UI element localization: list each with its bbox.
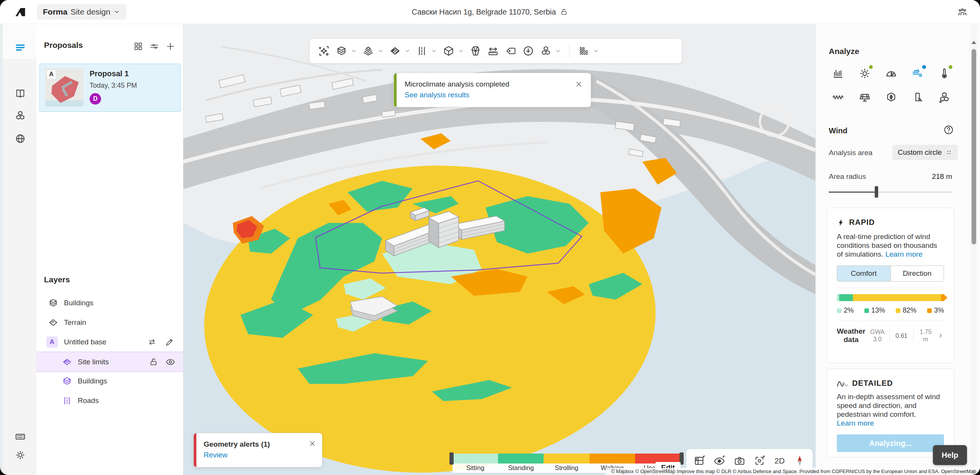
layer-row-untitled-base[interactable]: A Untitled base xyxy=(36,332,183,352)
analysis-sun-button[interactable] xyxy=(855,64,875,84)
panel-scrollbar[interactable] xyxy=(970,24,978,475)
draw-building-button[interactable] xyxy=(333,42,350,60)
visibility-eye-icon[interactable] xyxy=(165,357,175,367)
label-tool-button[interactable] xyxy=(502,42,519,60)
proposal-card[interactable]: A Proposal 1 Today, 3:45 PM D xyxy=(39,64,181,112)
swap-base-icon[interactable] xyxy=(147,337,157,347)
analyzing-button[interactable]: Analyzing... xyxy=(837,434,944,452)
compass-north-icon xyxy=(794,455,805,467)
map-attribution[interactable]: © Mapbox © OpenStreetMap Improve this ma… xyxy=(606,468,980,475)
people-icon xyxy=(957,7,968,18)
geo-location-button[interactable] xyxy=(12,130,29,147)
status-dot-blue xyxy=(921,64,927,70)
volume-menu-chevron[interactable] xyxy=(457,42,464,60)
buildings-icon xyxy=(48,298,59,308)
building-menu-chevron[interactable] xyxy=(350,42,357,60)
settings-button[interactable] xyxy=(12,447,29,464)
legend-left-cap[interactable] xyxy=(449,452,454,465)
analyze-panel: Analyze xyxy=(815,24,980,475)
analysis-wind-button[interactable] xyxy=(908,64,928,84)
layer-row-buildings-base[interactable]: Buildings xyxy=(36,371,183,391)
alert-close-button[interactable] xyxy=(306,437,319,450)
layer-row-roads[interactable]: Roads xyxy=(36,391,183,410)
analysis-more-button[interactable] xyxy=(934,87,954,107)
filter-button[interactable] xyxy=(147,39,162,54)
library-menu-chevron[interactable] xyxy=(555,42,562,60)
collaborators-button[interactable] xyxy=(955,5,970,20)
analysis-area-metrics-button[interactable] xyxy=(828,64,848,84)
rapid-learn-more-link[interactable]: Learn more xyxy=(885,250,923,258)
app-switcher-button[interactable]: Forma Site design xyxy=(37,4,126,20)
lightning-bolt-icon xyxy=(837,218,845,227)
weather-data-row[interactable]: Weather data GWA 3.0 0.61 1.75 m xyxy=(837,327,944,344)
library-elements-button[interactable] xyxy=(537,42,555,60)
library-button[interactable] xyxy=(12,85,29,102)
terrain-menu-chevron[interactable] xyxy=(377,42,384,60)
area-radius-slider[interactable] xyxy=(829,192,952,193)
analysis-solar-button[interactable] xyxy=(855,87,875,107)
layer-row-site-limits[interactable]: Site limits xyxy=(36,352,183,372)
road-menu-chevron[interactable] xyxy=(431,42,438,60)
scroll-up-arrow[interactable] xyxy=(972,41,976,44)
distribution-legend: 2% 13% 82% 3% xyxy=(837,306,944,314)
compass-button[interactable] xyxy=(791,452,808,469)
address-text: Савски Насип 1g, Belgrade 11070, Serbia xyxy=(412,8,556,16)
wind-help-button[interactable] xyxy=(942,123,955,136)
shortcuts-button[interactable] xyxy=(12,428,29,445)
zones-tool-button[interactable] xyxy=(575,42,593,60)
weather-value-coefficient: 0.61 xyxy=(893,332,910,339)
analysis-microclimate-button[interactable] xyxy=(908,87,928,107)
road-tool-button[interactable] xyxy=(413,42,431,60)
main-menu-button[interactable] xyxy=(12,39,29,56)
scrollbar-thumb[interactable] xyxy=(972,49,976,244)
analysis-daylight-button[interactable] xyxy=(881,64,901,84)
distribution-chip: 13% xyxy=(864,306,885,314)
analysis-thermal-button[interactable] xyxy=(934,64,954,84)
autodesk-logo-icon[interactable] xyxy=(15,7,26,17)
slider-handle[interactable] xyxy=(875,186,878,198)
legend-color-segment xyxy=(590,454,635,464)
toolbar-divider xyxy=(569,44,570,58)
review-link[interactable]: Review xyxy=(204,451,227,459)
alert-status-bar xyxy=(194,433,196,467)
legend-label: Sitting xyxy=(452,464,498,473)
screenshot-button[interactable] xyxy=(731,452,748,469)
assets-button[interactable] xyxy=(12,107,29,124)
zones-menu-chevron[interactable] xyxy=(593,42,599,60)
edit-base-icon[interactable] xyxy=(165,337,175,347)
help-button[interactable]: Help xyxy=(933,445,967,465)
layer-row-buildings[interactable]: Buildings xyxy=(36,293,183,313)
site-limit-menu-chevron[interactable] xyxy=(404,42,411,60)
import-download-icon xyxy=(522,45,534,57)
weather-data-label: Weather data xyxy=(837,327,866,344)
zoom-to-fit-button[interactable] xyxy=(751,452,768,469)
see-analysis-results-link[interactable]: See analysis results xyxy=(405,91,469,99)
layer-label: Roads xyxy=(78,396,99,405)
distribution-chip: 2% xyxy=(837,306,854,314)
tab-direction[interactable]: Direction xyxy=(891,266,944,281)
surroundings-grid-button[interactable] xyxy=(691,452,708,469)
chevron-down-icon xyxy=(113,8,120,15)
unlocked-icon[interactable] xyxy=(149,357,158,367)
ai-suggest-button[interactable] xyxy=(315,42,333,60)
zones-icon xyxy=(578,45,590,57)
import-button[interactable] xyxy=(519,42,537,60)
visibility-options-button[interactable] xyxy=(711,452,728,469)
terrain-tool-button[interactable] xyxy=(359,42,377,60)
site-limit-tool-button[interactable] xyxy=(386,42,404,60)
freeform-geometry-button[interactable] xyxy=(467,42,484,60)
detailed-learn-more-link[interactable]: Learn more xyxy=(837,419,874,427)
tab-comfort[interactable]: Comfort xyxy=(837,266,891,281)
toggle-2d-button[interactable]: 2D xyxy=(771,452,788,469)
grid-view-button[interactable] xyxy=(131,39,145,54)
toast-close-button[interactable] xyxy=(572,78,585,91)
measure-button[interactable] xyxy=(484,42,502,60)
generic-volume-button[interactable] xyxy=(440,42,457,60)
add-proposal-button[interactable] xyxy=(163,39,178,54)
layer-label: Site limits xyxy=(78,358,109,366)
analysis-noise-button[interactable] xyxy=(828,87,848,107)
analysis-embodied-carbon-button[interactable] xyxy=(881,87,901,107)
unlocked-icon[interactable] xyxy=(560,8,568,16)
layer-row-terrain[interactable]: Terrain xyxy=(36,313,183,332)
analysis-area-chip[interactable]: Custom circle xyxy=(892,145,958,160)
